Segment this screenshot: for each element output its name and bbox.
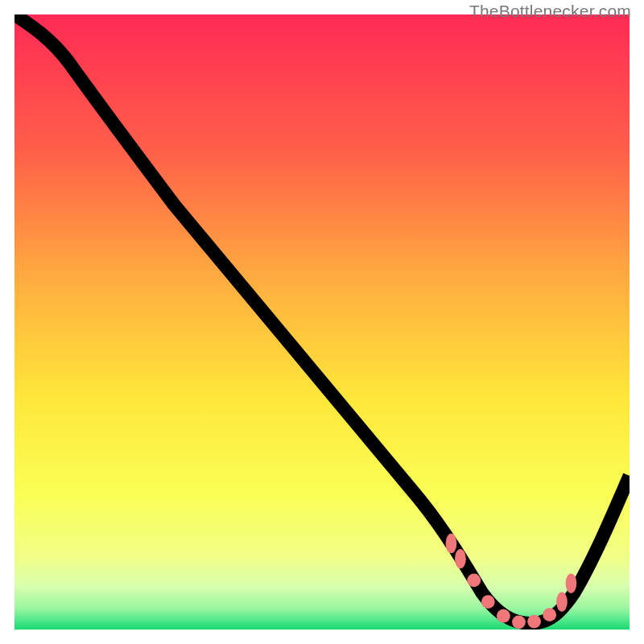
attribution-text: TheBottlenecker.com	[469, 2, 631, 21]
gradient-background	[14, 14, 630, 630]
chart-container: TheBottlenecker.com	[0, 0, 644, 644]
svg-rect-0	[14, 14, 630, 630]
plot-area	[14, 14, 630, 630]
